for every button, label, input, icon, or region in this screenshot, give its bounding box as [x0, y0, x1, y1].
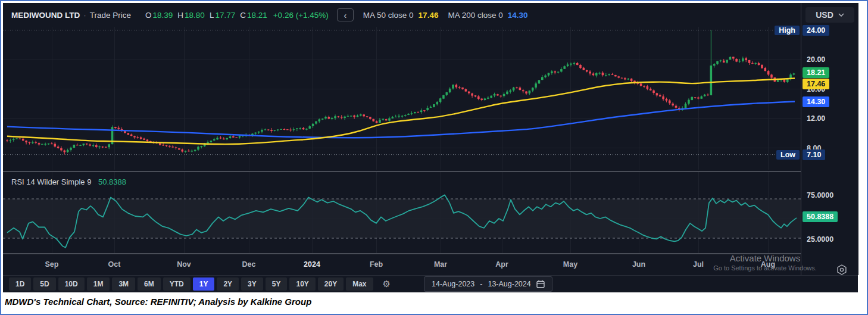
high-value: 18.80 — [185, 11, 205, 20]
range-button-5y[interactable]: 5Y — [266, 277, 288, 291]
rsi-value: 50.8388 — [98, 177, 126, 186]
high-price-badge: 24.00 — [803, 25, 829, 36]
series-type: Trade Price — [90, 11, 131, 20]
date-range-picker[interactable]: 14-Aug-2023-13-Aug-2024 — [424, 276, 552, 292]
candlestick-series — [6, 30, 795, 155]
close-label: C — [240, 11, 246, 20]
hexagon-settings-icon[interactable] — [836, 264, 848, 276]
rsi-tick-label: 75.0000 — [807, 191, 833, 199]
range-button-1d[interactable]: 1D — [9, 277, 31, 291]
ma200-badge: 14.30 — [803, 96, 829, 107]
separator-dot: · — [83, 11, 86, 20]
range-button-5d[interactable]: 5D — [33, 277, 55, 291]
price-chart-pane[interactable] — [3, 27, 801, 170]
candlestick-chart — [3, 27, 801, 170]
currency-label: USD — [816, 10, 833, 20]
rsi-label: RSI 14 Wilder Simple 9 — [11, 177, 91, 186]
low-price-badge: 7.10 — [803, 149, 825, 160]
date-to: 13-Aug-2024 — [488, 280, 530, 288]
price-tick-label: 12.00 — [807, 114, 825, 123]
high-label: H — [177, 11, 183, 20]
rsi-pane[interactable]: RSI 14 Wilder Simple 9 50.8388 — [3, 171, 801, 254]
collapse-legend-button[interactable]: ‹ — [337, 8, 354, 21]
open-label: O — [145, 11, 152, 20]
range-button-1y[interactable]: 1Y — [193, 277, 215, 291]
date-from: 14-Aug-2023 — [432, 280, 474, 288]
time-axis-label: Apr — [495, 260, 508, 269]
time-axis-label: Oct — [108, 260, 121, 269]
last-price-badge: 18.21 — [803, 67, 829, 78]
time-axis-label: Jun — [632, 260, 645, 269]
low-value: 17.77 — [215, 11, 235, 20]
rsi-legend: RSI 14 Wilder Simple 9 50.8388 — [11, 177, 126, 186]
time-axis-label: Sep — [45, 260, 59, 269]
chevron-down-icon — [838, 13, 844, 17]
low-tag: Low — [776, 150, 800, 160]
open-value: 18.39 — [153, 11, 173, 20]
price-axis-column[interactable]: USD 20.0016.0012.008.0024.007.1014.3018.… — [801, 3, 858, 275]
high-tag: High — [775, 26, 800, 35]
ma50-legend-value: 17.46 — [419, 11, 439, 20]
range-button-ytd[interactable]: YTD — [163, 277, 191, 291]
range-button-10y[interactable]: 10Y — [289, 277, 315, 291]
ma200-legend-label: MA 200 close 0 — [448, 11, 502, 20]
currency-dropdown[interactable]: USD — [805, 7, 854, 23]
rsi-tick-label: 25.0000 — [807, 235, 833, 244]
trading-chart-app: MEDIWOUND LTD · Trade Price O18.39 H18.8… — [3, 3, 858, 292]
ma50-badge: 17.46 — [803, 79, 829, 89]
symbol-name: MEDIWOUND LTD — [11, 11, 80, 20]
low-label: L — [210, 11, 214, 20]
range-button-6m[interactable]: 6M — [138, 277, 161, 291]
time-axis-label: Aug — [761, 260, 775, 269]
ma200-legend-value: 14.30 — [508, 11, 528, 20]
time-axis-label: Feb — [370, 260, 383, 269]
chart-caption: MDWD's Technical Chart, Source: REFINITI… — [5, 297, 311, 307]
time-axis-label: May — [563, 260, 577, 269]
calendar-icon — [536, 280, 545, 288]
time-axis[interactable]: SepOctNovDec2024FebMarAprMayJunJulAug — [3, 253, 858, 276]
rsi-value-badge: 50.8388 — [803, 211, 838, 222]
gear-icon[interactable]: ⚙ — [379, 278, 394, 290]
chart-legend-header: MEDIWOUND LTD · Trade Price O18.39 H18.8… — [3, 3, 809, 27]
range-toolbar: 1D5D10D1M3M6MYTD1Y2Y3Y5Y10Y20YMax⚙14-Aug… — [3, 275, 858, 292]
time-axis-label: 2024 — [304, 260, 320, 269]
date-separator: - — [480, 280, 482, 288]
range-button-2y[interactable]: 2Y — [217, 277, 239, 291]
range-button-max[interactable]: Max — [346, 277, 373, 291]
range-button-3y[interactable]: 3Y — [241, 277, 263, 291]
range-button-20y[interactable]: 20Y — [318, 277, 344, 291]
time-axis-label: Nov — [177, 260, 191, 269]
time-axis-label: Dec — [242, 260, 256, 269]
time-axis-label: Mar — [434, 260, 447, 269]
change-value: +0.26 (+1.45%) — [273, 11, 329, 20]
range-button-1m[interactable]: 1M — [87, 277, 110, 291]
time-axis-label: Jul — [693, 260, 704, 269]
price-tick-label: 20.00 — [807, 55, 825, 64]
range-button-10d[interactable]: 10D — [58, 277, 85, 291]
chevron-left-icon: ‹ — [344, 11, 346, 20]
ma50-line — [7, 78, 795, 144]
range-button-3m[interactable]: 3M — [112, 277, 135, 291]
ma50-legend-label: MA 50 close 0 — [363, 11, 414, 20]
close-value: 18.21 — [247, 11, 267, 20]
